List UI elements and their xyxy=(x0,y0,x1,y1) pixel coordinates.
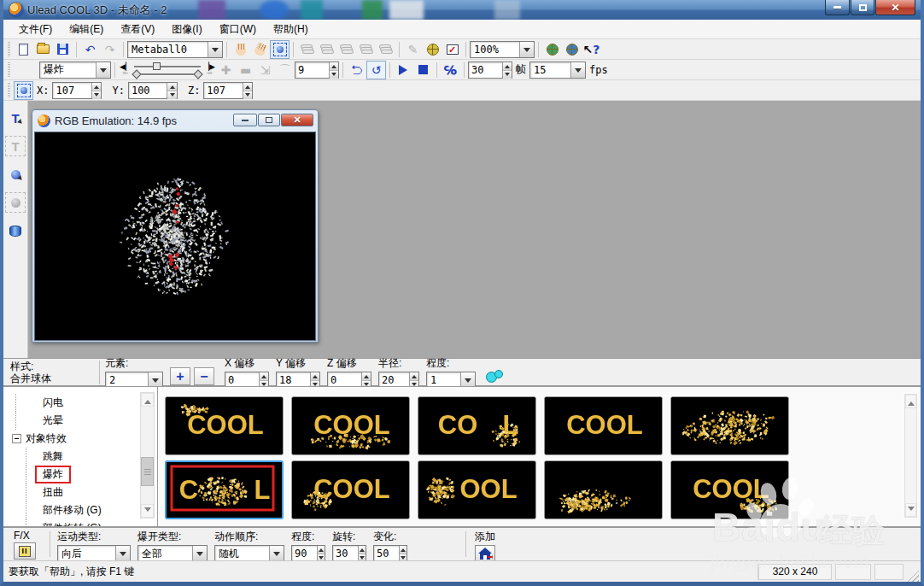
play-button[interactable] xyxy=(394,61,413,79)
new-button[interactable] xyxy=(14,40,33,59)
add-element-button[interactable]: + xyxy=(170,367,190,385)
effect-thumbnail-1[interactable] xyxy=(165,396,284,455)
spin-up[interactable] xyxy=(260,372,268,381)
spin-up[interactable] xyxy=(92,83,102,91)
redo-button[interactable]: ↷ xyxy=(100,40,120,59)
spin-up[interactable] xyxy=(311,372,319,381)
last-frame-button[interactable]: ▕▶↠ xyxy=(202,64,216,76)
zoom-combo[interactable]: 100% xyxy=(470,41,535,58)
effect-thumbnail-7[interactable] xyxy=(291,460,410,519)
edit-object-button[interactable] xyxy=(5,192,26,213)
loop-button[interactable]: ⮌ xyxy=(347,61,366,79)
spin-up[interactable] xyxy=(330,62,338,71)
rotate-value[interactable] xyxy=(333,546,358,561)
spin-down[interactable] xyxy=(503,71,512,79)
toolbar-grip[interactable] xyxy=(8,62,10,78)
burst-type-combo[interactable]: 全部 xyxy=(137,545,208,562)
preview-window[interactable]: RGB Emulation: 14.9 fps ✕ xyxy=(32,109,319,343)
y-position-value[interactable] xyxy=(129,83,167,98)
scroll-up-button[interactable] xyxy=(141,393,154,407)
tree-item-part-move[interactable]: 部件移动 (G) xyxy=(3,501,157,519)
spin-up[interactable] xyxy=(359,546,366,554)
slider-thumb[interactable] xyxy=(153,62,161,70)
first-frame-button[interactable]: ◀▏↞ xyxy=(119,64,132,76)
effect-combo[interactable]: 爆炸 xyxy=(39,62,111,79)
frame-slider[interactable] xyxy=(134,62,201,79)
scroll-thumb[interactable] xyxy=(141,457,154,486)
x-position-spinner[interactable] xyxy=(52,82,102,99)
spin-up[interactable] xyxy=(318,546,325,554)
total-frames-value[interactable] xyxy=(469,62,502,78)
degree-spinner[interactable] xyxy=(291,545,325,562)
select-tool-button[interactable] xyxy=(270,40,289,59)
combo-dropdown-button[interactable] xyxy=(570,62,585,78)
insert-object-button[interactable] xyxy=(5,164,26,185)
motion-type-combo[interactable]: 向后 xyxy=(57,545,131,562)
preview-title-bar[interactable]: RGB Emulation: 14.9 fps ✕ xyxy=(32,110,318,132)
menu-edit[interactable]: 编辑(E) xyxy=(61,20,112,39)
tree-item-lightning[interactable]: 闪电 xyxy=(3,394,157,412)
y-offset-value[interactable] xyxy=(277,372,310,388)
spin-up[interactable] xyxy=(243,83,253,91)
x-position-value[interactable] xyxy=(53,83,91,98)
tree-item-object-effects[interactable]: 对象特效 xyxy=(3,430,157,448)
3d-object-button[interactable] xyxy=(5,220,26,241)
align-button-2[interactable] xyxy=(317,40,336,59)
spin-up[interactable] xyxy=(410,372,418,381)
fx-button[interactable]: II xyxy=(14,542,36,560)
align-button-3[interactable] xyxy=(336,40,356,59)
ease-button[interactable]: ⌒ xyxy=(275,61,295,79)
add-keyframe-button[interactable]: ✚ xyxy=(216,61,236,79)
menu-help[interactable]: 帮助(H) xyxy=(265,20,317,39)
menu-image[interactable]: 图像(I) xyxy=(163,20,210,39)
scroll-up-button[interactable] xyxy=(905,395,916,408)
scroll-track[interactable] xyxy=(141,407,154,504)
presets-scrollbar[interactable] xyxy=(904,394,917,518)
resize-grip[interactable] xyxy=(907,570,919,582)
context-help-button[interactable]: ↖? xyxy=(582,40,601,59)
title-bar[interactable]: Ulead COOL 3D - 未命名 - 2 ✕ xyxy=(3,0,921,20)
radius-value[interactable] xyxy=(379,372,409,388)
order-combo[interactable]: 随机 xyxy=(214,545,284,562)
export-web-button[interactable] xyxy=(542,40,562,59)
effect-thumbnail-3[interactable] xyxy=(418,396,536,455)
menu-view[interactable]: 查看(V) xyxy=(112,20,163,39)
web-button[interactable] xyxy=(423,40,442,59)
effect-thumbnail-5[interactable] xyxy=(670,396,789,455)
combo-dropdown-button[interactable] xyxy=(208,42,222,57)
remove-keyframe-button[interactable]: ▬ xyxy=(236,61,255,79)
rotate-tool-button[interactable] xyxy=(250,40,270,59)
spin-up[interactable] xyxy=(503,62,512,71)
fps-combo[interactable]: 15 xyxy=(529,62,586,79)
spin-down[interactable] xyxy=(167,91,177,99)
align-button-4[interactable] xyxy=(356,40,376,59)
tree-item-halo[interactable]: 光晕 xyxy=(3,412,157,430)
combo-dropdown-button[interactable] xyxy=(148,372,162,388)
combo-dropdown-button[interactable] xyxy=(519,42,534,57)
spin-down[interactable] xyxy=(330,71,338,79)
edit-text-button[interactable]: T xyxy=(5,136,26,156)
collapse-icon[interactable] xyxy=(12,434,21,443)
align-button-1[interactable] xyxy=(297,40,317,59)
combo-dropdown-button[interactable] xyxy=(96,62,110,78)
frame-value[interactable] xyxy=(295,62,329,78)
undo-button[interactable]: ↶ xyxy=(80,40,100,59)
spin-up[interactable] xyxy=(400,546,406,554)
x-offset-value[interactable] xyxy=(225,372,259,388)
insert-text-button[interactable]: T xyxy=(5,108,26,128)
position-mode-button[interactable] xyxy=(14,81,33,100)
z-position-spinner[interactable] xyxy=(203,82,253,99)
effect-thumbnail-6[interactable] xyxy=(165,460,284,519)
stop-button[interactable] xyxy=(413,61,433,79)
dialog-button[interactable]: ✓ xyxy=(442,40,462,59)
combo-dropdown-button[interactable] xyxy=(115,546,130,561)
align-button-5[interactable] xyxy=(376,40,395,59)
export-image-button[interactable] xyxy=(562,40,582,59)
effect-thumbnail-9[interactable] xyxy=(544,460,663,519)
pan-tool-button[interactable] xyxy=(231,40,250,59)
spin-down[interactable] xyxy=(92,91,102,99)
variation-spinner[interactable] xyxy=(373,545,407,562)
rotate-spinner[interactable] xyxy=(332,545,366,562)
preview-minimize-button[interactable] xyxy=(233,114,257,126)
toolbar-grip[interactable] xyxy=(8,42,10,57)
